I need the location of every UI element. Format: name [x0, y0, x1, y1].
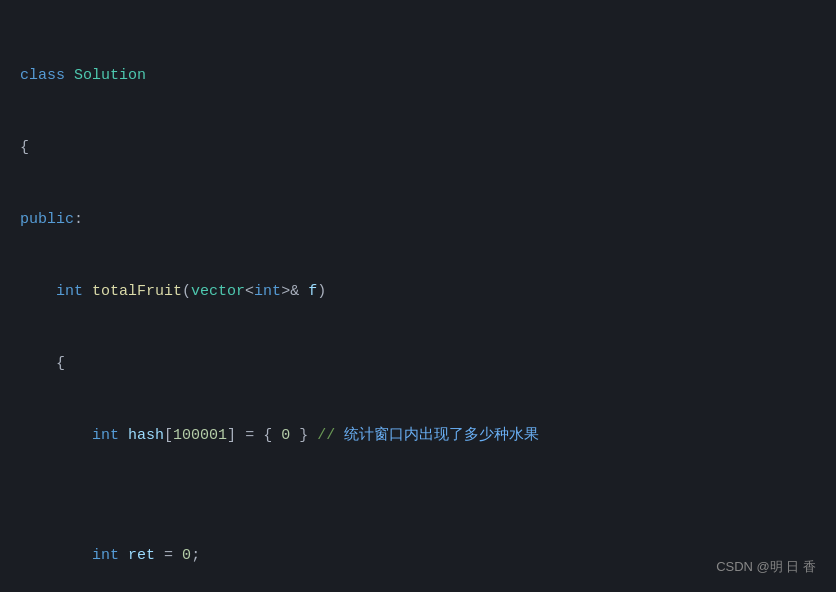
line-5: {: [20, 352, 816, 376]
line-6: int hash[100001] = { 0 } // 统计窗口内出现了多少种水…: [20, 424, 816, 448]
code-content: class Solution { public: int totalFruit(…: [20, 16, 816, 592]
line-3: public:: [20, 208, 816, 232]
line-4: int totalFruit(vector<int>& f): [20, 280, 816, 304]
code-editor: class Solution { public: int totalFruit(…: [0, 0, 836, 592]
watermark: CSDN @明 日 香: [716, 557, 816, 578]
line-8: int ret = 0;: [20, 544, 816, 568]
line-2: {: [20, 136, 816, 160]
line-1: class Solution: [20, 64, 816, 88]
